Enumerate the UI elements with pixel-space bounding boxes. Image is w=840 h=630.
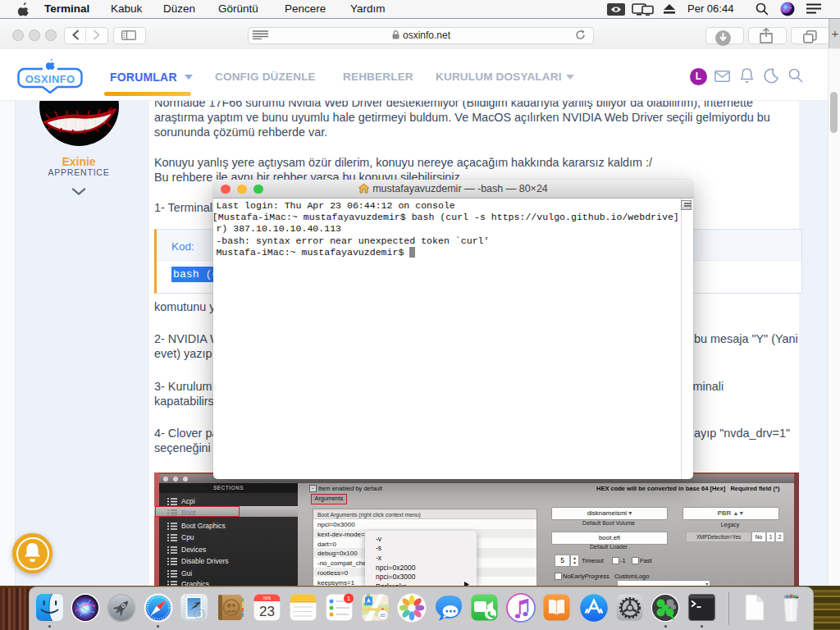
- svg-text:23: 23: [259, 604, 275, 619]
- svg-text:OSXINFO: OSXINFO: [25, 73, 75, 85]
- svg-text:1: 1: [347, 595, 350, 602]
- svg-text:NIS: NIS: [263, 596, 272, 600]
- svg-text:3D: 3D: [380, 613, 386, 618]
